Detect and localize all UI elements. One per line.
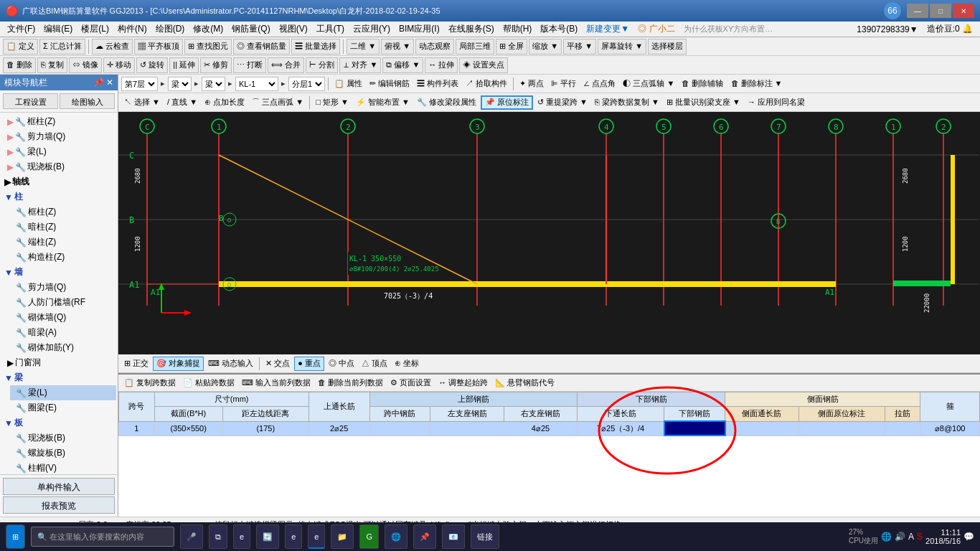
btn-top-view[interactable]: 俯视 ▼ <box>381 39 414 55</box>
btn-angle[interactable]: ∠ 点点角 <box>580 77 618 91</box>
btn-copy-span-data[interactable]: 📋 复制跨数据 <box>121 376 179 390</box>
cell-upper-long[interactable]: 2⌀25 <box>308 421 369 435</box>
btn-input-col-data[interactable]: ⌨ 输入当前列数据 <box>239 376 314 390</box>
menu-phone[interactable]: 13907298339▼ <box>852 23 922 36</box>
btn-rotate2[interactable]: ↺ 旋转 <box>136 57 168 73</box>
btn-drawing-input[interactable]: 绘图输入 <box>60 93 115 109</box>
btn-edit-rebar[interactable]: ✏ 编辑钢筋 <box>367 77 413 91</box>
menu-tools[interactable]: 工具(T) <box>312 22 349 37</box>
btn-snap-vertex[interactable]: △ 顶点 <box>359 357 390 371</box>
cell-tie[interactable] <box>885 421 920 435</box>
tree-wall-group[interactable]: ▼ 墙 <box>1 265 116 280</box>
btn-re-span[interactable]: ↺ 重提梁跨 ▼ <box>534 95 590 110</box>
taskbar-link[interactable]: 链接 <box>471 524 499 549</box>
taskbar-ie3[interactable]: e <box>308 524 325 549</box>
btn-element-list[interactable]: ☰ 构件列表 <box>414 77 461 91</box>
cell-right-support[interactable]: 4⌀25 <box>504 421 577 435</box>
menu-bim[interactable]: BIM应用(I) <box>395 22 444 37</box>
menu-view[interactable]: 视图(V) <box>275 22 312 37</box>
tree-shear-wall[interactable]: ▶ 🔧 剪力墙(Q) <box>1 129 116 144</box>
btn-align[interactable]: ⊥ 对齐 ▼ <box>339 57 381 73</box>
btn-select-floor[interactable]: 选择楼层 <box>648 39 687 55</box>
tree-slab-group[interactable]: ▼ 板 <box>1 415 116 430</box>
btn-stretch[interactable]: ↔ 拉伸 <box>425 57 458 73</box>
btn-ortho[interactable]: ⊞ 正交 <box>121 357 151 371</box>
btn-parallel[interactable]: ⊫ 平行 <box>548 77 579 91</box>
taskbar-ie[interactable]: e <box>233 524 250 549</box>
tree-暗梁[interactable]: 🔧 暗梁(A) <box>10 325 116 340</box>
tree-螺旋板[interactable]: 🔧 螺旋板(B) <box>10 446 116 461</box>
tray-notification[interactable]: 💬 <box>963 532 974 542</box>
menu-version[interactable]: 版本号(B) <box>536 22 582 37</box>
tree-防门墙[interactable]: 🔧 人防门槛墙(RF <box>10 295 116 310</box>
cell-mid-span[interactable] <box>369 421 430 435</box>
tree-柱帽[interactable]: 🔧 柱帽(V) <box>10 461 116 474</box>
tree-col-group[interactable]: ▼ 柱 <box>1 189 116 204</box>
element-type-select[interactable]: 梁 <box>168 77 192 91</box>
start-button[interactable]: ⊞ <box>6 524 25 549</box>
menu-price[interactable]: 造价豆:0 🔔 <box>923 22 977 37</box>
btn-single-input[interactable]: 单构件输入 <box>3 478 115 495</box>
btn-snap-intersect[interactable]: ✕ 交点 <box>263 357 293 371</box>
taskbar-refresh[interactable]: 🔄 <box>256 524 279 549</box>
menu-notice[interactable]: 为什么茯板XY方向布置… <box>679 22 778 36</box>
btn-local-3d[interactable]: 局部三维 <box>456 39 494 55</box>
btn-offset[interactable]: ⧉ 偏移 ▼ <box>382 57 423 73</box>
btn-project-settings[interactable]: 工程设置 <box>3 93 58 109</box>
btn-pick[interactable]: ↗ 拾取构件 <box>463 77 510 91</box>
menu-modify[interactable]: 修改(M) <box>189 22 227 37</box>
tree-door[interactable]: ▶ 门窗洞 <box>1 355 116 370</box>
tray-ime[interactable]: A <box>908 532 914 542</box>
btn-cantilever-code[interactable]: 📐 悬臂钢筋代号 <box>492 376 557 390</box>
tree-frame-col2[interactable]: 🔧 框柱(Z) <box>10 204 116 220</box>
btn-batch-support[interactable]: ⊞ 批量识别梁支座 ▼ <box>664 95 743 110</box>
btn-rect[interactable]: □ 矩形 ▼ <box>313 95 352 110</box>
cell-lower-steel[interactable] <box>664 421 725 435</box>
btn-copy-span[interactable]: ⎘ 梁跨数据复制 ▼ <box>592 95 662 110</box>
btn-report-preview[interactable]: 报表预览 <box>3 496 115 514</box>
btn-delete[interactable]: 🗑 删除 <box>3 57 36 73</box>
tree-砌体墙[interactable]: 🔧 砌体墙(Q) <box>10 310 116 325</box>
cell-dist-left[interactable]: (175) <box>222 421 308 435</box>
element-select[interactable]: 梁 <box>202 77 225 91</box>
btn-grip[interactable]: ◈ 设置夹点 <box>459 57 508 73</box>
btn-select[interactable]: ↖ 选择 ▼ <box>121 95 163 110</box>
tree-ring-beam[interactable]: 🔧 圈梁(E) <box>10 400 116 415</box>
btn-pan[interactable]: 平移 ▼ <box>563 39 596 55</box>
cell-side-orig[interactable] <box>798 421 885 435</box>
tree-砌体加筋[interactable]: 🔧 砌体加筋(Y) <box>10 340 116 355</box>
btn-adjust-start[interactable]: ↔ 调整起始跨 <box>435 376 491 390</box>
cell-side-long[interactable] <box>725 421 798 435</box>
btn-line[interactable]: / 直线 ▼ <box>164 95 200 110</box>
btn-rotate[interactable]: 屏幕旋转 ▼ <box>598 39 646 55</box>
btn-merge[interactable]: ⟺ 合并 <box>268 57 304 73</box>
btn-fullscreen[interactable]: ⊞ 全屏 <box>496 39 527 55</box>
btn-align-top[interactable]: ▦ 平齐板顶 <box>134 39 183 55</box>
floor-select[interactable]: 第7层 <box>121 77 158 91</box>
btn-mirror[interactable]: ⇔ 镜像 <box>69 57 102 73</box>
taskbar-globe[interactable]: 🌐 <box>385 524 407 549</box>
cell-left-support[interactable] <box>430 421 504 435</box>
cell-lower-long[interactable]: 7⌀25（-3）/4 <box>578 421 664 435</box>
tree-beam-L[interactable]: 🔧 梁(L) <box>10 385 116 400</box>
tree-beam-group[interactable]: ▼ 梁 <box>1 370 116 385</box>
tree-shear-wall2[interactable]: 🔧 剪力墙(Q) <box>10 280 116 295</box>
cell-stirrup[interactable]: ⌀8@100 <box>920 421 980 435</box>
menu-cloud[interactable]: 云应用(Y) <box>349 22 395 37</box>
btn-calc[interactable]: Σ 汇总计算 <box>39 39 85 55</box>
tree-暗柱[interactable]: 🔧 暗柱(Z) <box>10 220 116 235</box>
btn-smart-place[interactable]: ⚡ 智能布置 ▼ <box>353 95 413 110</box>
btn-delete-col-data[interactable]: 🗑 删除当前列数据 <box>315 376 386 390</box>
btn-split[interactable]: ⊢ 分割 <box>306 57 338 73</box>
btn-2d[interactable]: 二维 ▼ <box>347 39 380 55</box>
btn-move[interactable]: ✛ 移动 <box>103 57 135 73</box>
btn-apply-same[interactable]: → 应用到同名梁 <box>745 95 808 110</box>
menu-floor[interactable]: 楼层(L) <box>77 22 113 37</box>
minimize-button[interactable]: — <box>907 4 928 18</box>
btn-snap[interactable]: 🎯 对象捕捉 <box>153 357 204 371</box>
menu-help[interactable]: 帮助(H) <box>499 22 537 37</box>
btn-trim[interactable]: ✂ 修剪 <box>200 57 232 73</box>
kl-select[interactable]: KL-1 <box>235 77 278 91</box>
cad-canvas-area[interactable]: C B A1 1 2 <box>118 112 980 354</box>
close-button[interactable]: ✕ <box>953 4 974 18</box>
